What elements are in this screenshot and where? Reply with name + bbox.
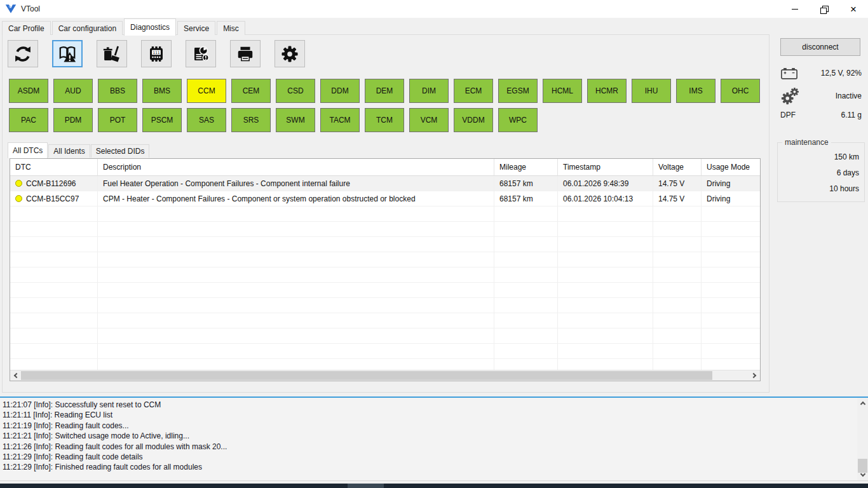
module-button-pot[interactable]: POT — [98, 108, 137, 132]
dtc-table-header: DTC Description Mileage Timestamp Voltag… — [10, 159, 760, 176]
taskbar-strip — [0, 484, 868, 488]
clear-dtcs-button[interactable] — [97, 40, 127, 67]
module-button-vcm[interactable]: VCM — [409, 108, 449, 132]
tab-car-profile[interactable]: Car Profile — [2, 21, 51, 35]
module-button-aud[interactable]: AUD — [53, 79, 93, 103]
maintenance-group: maintenance 150 km 6 days 10 hours — [777, 142, 865, 202]
module-row-2: PAC PDM POT PSCM SAS SRS SWM TACM TCM VC… — [9, 108, 543, 132]
tab-service[interactable]: Service — [177, 21, 215, 35]
log-line: 11:21:19 [Info]: Reading fault codes... — [3, 421, 855, 431]
module-button-dem[interactable]: DEM — [365, 79, 404, 103]
col-header-timestamp[interactable]: Timestamp — [558, 159, 653, 176]
report-icon — [191, 44, 210, 64]
module-button-tacm[interactable]: TACM — [320, 108, 360, 132]
log-vertical-scrollbar[interactable] — [857, 398, 868, 480]
report-button[interactable] — [186, 40, 216, 67]
module-button-wpc[interactable]: WPC — [498, 108, 538, 132]
col-header-description[interactable]: Description — [98, 159, 494, 176]
col-header-usage-mode[interactable]: Usage Mode — [702, 159, 760, 176]
module-button-ccm[interactable]: CCM — [187, 79, 226, 103]
dtc-voltage: 14.75 V — [653, 191, 702, 207]
scrollbar-thumb[interactable] — [21, 371, 712, 380]
print-button[interactable] — [230, 40, 261, 67]
scroll-down-arrow[interactable] — [857, 470, 868, 480]
battery-status-row: 12,5 V, 92% — [780, 65, 862, 81]
title-bar: VTool × — [0, 0, 868, 18]
module-button-swm[interactable]: SWM — [276, 108, 315, 132]
module-button-pscm[interactable]: PSCM — [142, 108, 182, 132]
module-button-hcmr[interactable]: HCMR — [587, 79, 627, 103]
dtc-table-empty-rows — [10, 207, 760, 381]
module-button-ecm[interactable]: ECM — [454, 79, 493, 103]
module-button-ohc[interactable]: OHC — [721, 79, 760, 103]
log-line: 11:21:26 [Info]: Reading fault codes for… — [3, 442, 855, 452]
ecu-icon: 111 — [147, 44, 166, 64]
battery-icon — [780, 67, 798, 80]
dpf-row: DPF 6.11 g — [780, 109, 862, 121]
table-row[interactable]: CCM-B112696 Fuel Heater Operation - Comp… — [10, 176, 760, 191]
module-button-hcml[interactable]: HCML — [543, 79, 582, 103]
dtc-table: DTC Description Mileage Timestamp Voltag… — [10, 158, 761, 381]
module-button-cem[interactable]: CEM — [231, 79, 271, 103]
refresh-button[interactable] — [8, 40, 38, 67]
dtc-usage-mode: Driving — [702, 191, 760, 207]
tab-all-idents[interactable]: All Idents — [48, 144, 90, 158]
module-button-csd[interactable]: CSD — [276, 79, 315, 103]
module-button-pac[interactable]: PAC — [9, 108, 48, 132]
col-header-voltage[interactable]: Voltage — [653, 159, 702, 176]
log-panel: 11:21:07 [Info]: Successfully sent reset… — [0, 398, 868, 481]
module-button-egsm[interactable]: EGSM — [498, 79, 538, 103]
book-warning-icon — [58, 44, 77, 64]
tab-misc[interactable]: Misc — [217, 21, 245, 35]
tab-selected-dids[interactable]: Selected DIDs — [91, 144, 150, 158]
col-header-dtc[interactable]: DTC — [10, 159, 98, 176]
table-row-empty — [10, 252, 760, 268]
col-header-mileage[interactable]: Mileage — [494, 159, 558, 176]
dtc-mileage: 68157 km — [494, 176, 558, 191]
gears-icon — [780, 86, 799, 105]
module-button-ihu[interactable]: IHU — [632, 79, 671, 103]
module-button-sas[interactable]: SAS — [187, 108, 226, 132]
module-button-ims[interactable]: IMS — [676, 79, 715, 103]
dpf-label: DPF — [780, 111, 796, 119]
module-button-bms[interactable]: BMS — [142, 79, 182, 103]
settings-button[interactable] — [275, 40, 305, 67]
tab-car-configuration[interactable]: Car configuration — [52, 21, 123, 35]
dtc-code: CCM-B15CC97 — [26, 194, 79, 203]
minimize-button[interactable] — [780, 0, 810, 18]
module-button-dim[interactable]: DIM — [409, 79, 449, 103]
module-button-tcm[interactable]: TCM — [365, 108, 404, 132]
scroll-up-arrow[interactable] — [857, 398, 868, 409]
app-logo-icon — [5, 4, 17, 14]
dtc-description: Fuel Heater Operation - Component Failur… — [98, 176, 494, 191]
tab-diagnostics[interactable]: Diagnostics — [124, 18, 176, 36]
close-icon: × — [850, 4, 857, 15]
read-dtcs-button[interactable] — [52, 40, 83, 67]
close-button[interactable]: × — [839, 0, 868, 18]
module-row-1: ASDM AUD BBS BMS CCM CEM CSD DDM DEM DIM… — [9, 79, 765, 103]
table-row-empty — [10, 329, 760, 344]
table-row-empty — [10, 237, 760, 252]
module-button-pdm[interactable]: PDM — [53, 108, 93, 132]
log-line: 11:21:29 [Info]: Reading fault code deta… — [3, 452, 855, 462]
module-button-asdm[interactable]: ASDM — [9, 79, 48, 103]
maintenance-km: 150 km — [829, 149, 859, 165]
scroll-left-arrow[interactable] — [10, 370, 21, 381]
module-button-vddm[interactable]: VDDM — [454, 108, 493, 132]
disconnect-button[interactable]: disconnect — [780, 38, 860, 56]
restore-button[interactable] — [810, 0, 839, 18]
tab-all-dtcs[interactable]: All DTCs — [8, 142, 48, 158]
print-icon — [236, 44, 255, 64]
module-button-ddm[interactable]: DDM — [320, 79, 360, 103]
table-row[interactable]: CCM-B15CC97 CPM - Heater - Component Fai… — [10, 191, 760, 207]
module-button-srs[interactable]: SRS — [231, 108, 271, 132]
chevron-left-icon — [14, 373, 19, 378]
module-button-bbs[interactable]: BBS — [98, 79, 137, 103]
usage-mode-row: Inactive — [780, 86, 862, 105]
table-horizontal-scrollbar[interactable] — [10, 370, 760, 381]
scroll-right-arrow[interactable] — [749, 370, 760, 381]
maintenance-days: 6 days — [829, 165, 859, 181]
table-row-empty — [10, 222, 760, 237]
table-row-empty — [10, 283, 760, 298]
ecu-button[interactable]: 111 — [141, 40, 172, 67]
